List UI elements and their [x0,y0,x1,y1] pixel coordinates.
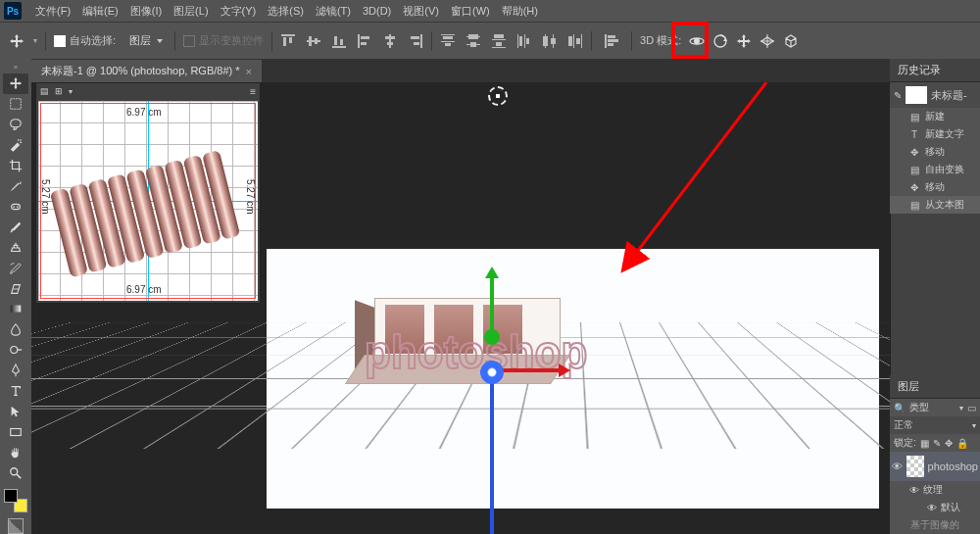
color-swatches[interactable] [4,489,27,512]
align-hcenter-icon[interactable] [382,33,398,49]
quick-mask-icon[interactable] [8,518,24,534]
type-icon: T [907,127,921,141]
window-menu-icon[interactable]: ▤ [40,86,49,96]
path-selection-tool-icon[interactable] [3,402,28,422]
distribute-left-icon[interactable] [516,33,532,49]
menu-type[interactable]: 文字(Y) [215,1,263,22]
crop-tool-icon[interactable] [3,156,28,176]
magic-wand-tool-icon[interactable] [3,135,28,156]
align-top-icon[interactable] [280,33,296,49]
healing-brush-tool-icon[interactable] [3,196,28,217]
svg-rect-0 [281,34,295,36]
axis-origin-handle[interactable] [480,361,504,384]
window-menu-icon[interactable]: ≡ [250,86,256,97]
search-icon[interactable]: 🔍 [894,403,906,413]
history-item[interactable]: ✥移动 [890,178,980,196]
menu-image[interactable]: 图像(I) [124,1,168,22]
svg-rect-38 [573,34,574,48]
marquee-tool-icon[interactable] [3,94,28,115]
type-tool-icon[interactable] [3,381,28,402]
layer-effect-row[interactable]: 👁 纹理 [890,481,980,499]
show-transform-controls-checkbox[interactable]: 显示变换控件 [183,33,264,48]
document-tab[interactable]: 未标题-1 @ 100% (photoshop, RGB/8#) * × [31,60,262,82]
menu-view[interactable]: 视图(V) [397,1,445,22]
zoom-tool-icon[interactable] [3,462,28,483]
lock-all-icon[interactable]: 🔒 [956,438,968,449]
auto-select-checkbox[interactable]: 自动选择: [54,33,116,48]
menu-filter[interactable]: 滤镜(T) [310,1,357,22]
3d-pan-icon[interactable] [736,33,752,49]
toolbox-collapse-icon[interactable]: » [14,63,18,72]
menu-edit[interactable]: 编辑(E) [76,1,124,22]
dodge-tool-icon[interactable] [3,340,28,361]
distribute-bottom-icon[interactable] [491,33,507,49]
distribute-right-icon[interactable] [567,33,583,49]
align-vcenter-icon[interactable] [306,33,321,49]
eyedropper-tool-icon[interactable] [3,176,28,197]
3d-slide-icon[interactable] [760,33,775,49]
lock-brush-icon[interactable]: ✎ [933,438,941,449]
history-item[interactable]: ▤自由变换 [890,161,980,178]
z-axis-gizmo[interactable] [490,370,494,534]
distribute-hcenter-icon[interactable] [542,33,558,49]
menu-3d[interactable]: 3D(D) [357,2,397,20]
align-right-icon[interactable] [408,33,423,49]
menu-layer[interactable]: 图层(L) [168,1,214,22]
rectangle-tool-icon[interactable] [3,421,28,442]
visibility-icon[interactable]: 👁 [927,503,937,513]
pen-tool-icon[interactable] [3,361,28,381]
tool-preset-dropdown-icon[interactable]: ▾ [33,36,37,45]
close-icon[interactable]: × [246,66,252,77]
filter-icon[interactable]: ▭ [967,403,976,413]
menu-help[interactable]: 帮助(H) [496,1,544,22]
layer-effect-row[interactable]: 👁 默认 [890,499,980,516]
foreground-color-swatch[interactable] [4,489,18,503]
align-left-icon[interactable] [357,33,372,49]
history-item[interactable]: ▤新建 [890,108,980,125]
auto-align-icon[interactable] [604,33,619,49]
lock-pixels-icon[interactable]: ▦ [920,438,929,449]
3d-orbit-icon[interactable] [689,33,705,49]
3d-scale-icon[interactable] [783,33,799,49]
move-tool-icon[interactable] [8,32,25,50]
canvas-area[interactable]: photoshop ▤ ⊞ ▾ ≡ [31,82,890,534]
visibility-icon[interactable]: 👁 [892,461,903,472]
auto-select-target-dropdown[interactable]: 图层 [123,31,167,50]
move-tool-icon[interactable] [3,73,28,94]
dropdown-icon[interactable]: ▾ [959,404,963,413]
distribute-vcenter-icon[interactable] [466,33,481,49]
menu-window[interactable]: 窗口(W) [445,1,496,22]
history-item[interactable]: ✥移动 [890,143,980,161]
blend-mode-dropdown[interactable]: 正常 [890,416,980,434]
brush-tool-icon[interactable] [3,217,28,237]
hand-tool-icon[interactable] [3,442,28,462]
3d-text-object[interactable]: photoshop [374,298,600,406]
window-menu-dropdown-icon[interactable]: ▾ [69,87,73,96]
layer-row[interactable]: 👁 photoshop [890,452,980,481]
visibility-icon[interactable]: 👁 [909,485,919,496]
lock-move-icon[interactable]: ✥ [945,438,953,449]
history-brush-tool-icon[interactable] [3,258,28,278]
clone-stamp-tool-icon[interactable] [3,237,28,258]
menu-select[interactable]: 选择(S) [262,1,310,22]
blur-tool-icon[interactable] [3,319,28,340]
lasso-tool-icon[interactable] [3,115,28,135]
distribute-top-icon[interactable] [440,33,456,49]
y-axis-gizmo[interactable] [490,276,494,335]
window-menu-icon[interactable]: ⊞ [55,86,63,96]
align-bottom-icon[interactable] [331,33,347,49]
svg-rect-9 [358,34,360,48]
y-axis-handle[interactable] [484,329,500,345]
layers-panel-tab[interactable]: 图层 [890,375,980,399]
history-panel-tab[interactable]: 历史记录 [890,59,980,82]
history-snapshot-row[interactable]: ✎ 未标题- [890,82,980,108]
layer-name: photoshop [928,461,978,472]
gradient-tool-icon[interactable] [3,299,28,319]
svg-rect-29 [496,42,502,46]
eraser-tool-icon[interactable] [3,278,28,299]
3d-roll-icon[interactable] [712,33,728,49]
secondary-view-window[interactable]: ▤ ⊞ ▾ ≡ 6.97 cm 6.97 cm [35,82,261,304]
history-item[interactable]: T新建文字 [890,125,980,143]
menu-file[interactable]: 文件(F) [29,1,76,22]
history-item[interactable]: ▤从文本图 [890,196,980,214]
